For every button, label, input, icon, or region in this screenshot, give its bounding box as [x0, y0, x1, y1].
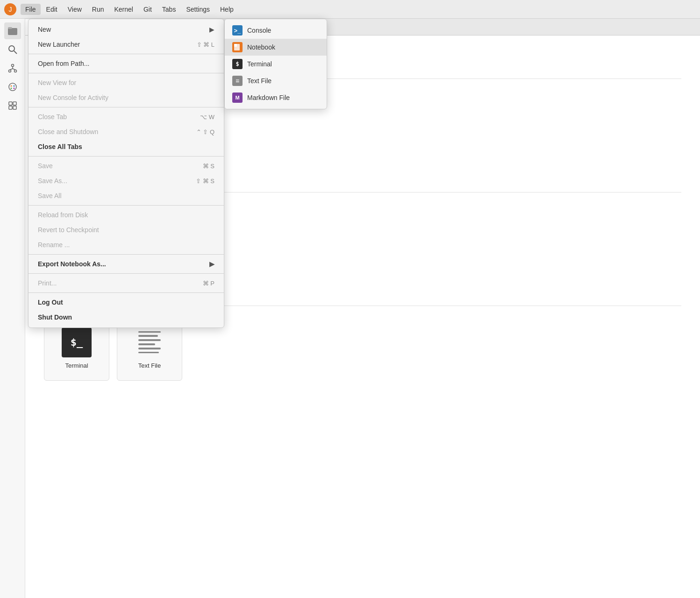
menu-item-print: Print... ⌘ P — [29, 276, 224, 291]
svg-point-6 — [11, 64, 14, 67]
menu-divider-7 — [29, 273, 224, 274]
menu-item-logout[interactable]: Log Out — [29, 295, 224, 310]
svg-rect-19 — [9, 106, 12, 109]
menu-divider-1 — [29, 54, 224, 54]
menu-item-save: Save ⌘ S — [29, 158, 224, 173]
menu-item-save-all-label: Save All — [38, 192, 62, 199]
menu-item-reload-label: Reload from Disk — [38, 211, 88, 219]
svg-rect-2 — [8, 28, 17, 35]
menu-item-open-path[interactable]: Open from Path... — [29, 56, 224, 71]
svg-point-14 — [13, 85, 14, 87]
textfile-card-icon — [135, 327, 164, 357]
export-submenu-arrow-icon: ▶ — [209, 260, 214, 268]
menubar: J File Edit View Run Kernel Git Tabs Set… — [0, 0, 700, 19]
svg-point-12 — [9, 83, 16, 91]
menu-item-save-shortcut: ⌘ S — [203, 163, 214, 170]
svg-point-13 — [10, 85, 12, 87]
menu-item-reload: Reload from Disk — [29, 207, 224, 222]
menu-item-close-shutdown-shortcut: ⌃ ⇧ Q — [196, 128, 214, 135]
app-logo: J — [4, 3, 17, 16]
sidebar-icon-search[interactable] — [4, 41, 21, 58]
menu-item-new-view-label: New View for — [38, 79, 76, 86]
sidebar-icon-extensions[interactable] — [4, 97, 21, 114]
menu-item-close-shutdown: Close and Shutdown ⌃ ⇧ Q — [29, 124, 224, 139]
terminal-card-icon: $_ — [62, 327, 92, 357]
menu-settings[interactable]: Settings — [181, 4, 214, 15]
menu-item-new-launcher-label: New Launcher — [38, 41, 80, 48]
sidebar-icon-palette[interactable] — [4, 78, 21, 95]
menu-item-new-console-label: New Console for Activity — [38, 94, 108, 101]
svg-rect-17 — [9, 102, 12, 105]
svg-point-7 — [8, 70, 11, 72]
menu-item-close-all-label: Close All Tabs — [38, 143, 82, 150]
svg-point-8 — [14, 70, 16, 72]
menu-item-new[interactable]: New ▶ — [29, 22, 224, 37]
svg-point-16 — [13, 88, 14, 89]
sidebar-icon-folder[interactable] — [4, 22, 21, 39]
menu-item-save-as: Save As... ⇧ ⌘ S — [29, 173, 224, 188]
menu-git[interactable]: Git — [139, 4, 157, 15]
svg-text:J: J — [9, 6, 12, 13]
menu-item-save-label: Save — [38, 162, 53, 170]
menu-kernel[interactable]: Kernel — [109, 4, 137, 15]
menu-item-rename-label: Rename ... — [38, 241, 70, 249]
new-submenu: >_ Console Notebook $ Terminal ≡ Text Fi… — [224, 19, 327, 109]
menu-item-close-shutdown-label: Close and Shutdown — [38, 128, 98, 135]
menu-item-save-all: Save All — [29, 188, 224, 203]
svg-line-5 — [14, 51, 17, 54]
menu-divider-8 — [29, 292, 224, 293]
submenu-terminal-label: Terminal — [247, 60, 272, 68]
menu-run[interactable]: Run — [87, 4, 109, 15]
menu-item-new-launcher-shortcut: ⇧ ⌘ L — [197, 41, 214, 48]
menu-file[interactable]: File — [21, 4, 41, 15]
submenu-textfile-icon: ≡ — [232, 76, 243, 86]
submenu-notebook-label: Notebook — [247, 43, 275, 51]
svg-line-11 — [13, 69, 15, 70]
submenu-item-notebook[interactable]: Notebook — [225, 39, 327, 56]
menu-item-close-tab-label: Close Tab — [38, 113, 67, 121]
submenu-item-terminal[interactable]: $ Terminal — [225, 56, 327, 72]
submenu-item-textfile[interactable]: ≡ Text File — [225, 72, 327, 89]
menu-item-export-label: Export Notebook As... — [38, 260, 106, 268]
menu-tabs[interactable]: Tabs — [157, 4, 181, 15]
file-menu-dropdown: New ▶ New Launcher ⇧ ⌘ L Open from Path.… — [28, 19, 224, 328]
svg-line-10 — [10, 69, 13, 70]
menu-help[interactable]: Help — [215, 4, 238, 15]
submenu-terminal-icon: $ — [232, 59, 243, 69]
menu-item-export[interactable]: Export Notebook As... ▶ — [29, 256, 224, 271]
menu-divider-3 — [29, 107, 224, 107]
menu-item-new-console: New Console for Activity — [29, 90, 224, 105]
menu-divider-4 — [29, 156, 224, 157]
menu-item-new-launcher[interactable]: New Launcher ⇧ ⌘ L — [29, 37, 224, 52]
launcher-card-label-textfile: Text File — [138, 362, 161, 369]
sidebar — [0, 19, 25, 598]
menu-item-close-all[interactable]: Close All Tabs — [29, 139, 224, 154]
submenu-textfile-label: Text File — [247, 77, 271, 85]
menu-item-close-tab-shortcut: ⌥ W — [200, 114, 214, 121]
menu-item-revert-label: Revert to Checkpoint — [38, 226, 99, 234]
submenu-notebook-icon — [232, 42, 243, 52]
svg-point-4 — [9, 46, 14, 51]
menu-view[interactable]: View — [63, 4, 86, 15]
svg-rect-3 — [8, 27, 12, 29]
svg-rect-35 — [234, 44, 237, 47]
menu-item-logout-label: Log Out — [38, 299, 63, 306]
menu-divider-6 — [29, 254, 224, 255]
menu-item-close-tab: Close Tab ⌥ W — [29, 109, 224, 124]
submenu-item-markdown[interactable]: M Markdown File — [225, 89, 327, 106]
menu-item-shutdown-label: Shut Down — [38, 313, 72, 321]
menu-edit[interactable]: Edit — [42, 4, 62, 15]
menu-item-print-shortcut: ⌘ P — [203, 280, 214, 287]
submenu-markdown-label: Markdown File — [247, 94, 290, 101]
launcher-card-label-terminal: Terminal — [65, 362, 88, 369]
submenu-console-label: Console — [247, 27, 271, 34]
submenu-arrow-icon: ▶ — [209, 26, 214, 33]
menu-divider-2 — [29, 73, 224, 73]
submenu-item-console[interactable]: >_ Console — [225, 22, 327, 39]
menu-item-shutdown[interactable]: Shut Down — [29, 310, 224, 325]
svg-rect-18 — [13, 102, 16, 105]
sidebar-icon-git[interactable] — [4, 60, 21, 77]
menu-item-save-as-label: Save As... — [38, 177, 67, 185]
menu-divider-5 — [29, 205, 224, 206]
submenu-markdown-icon: M — [232, 93, 243, 103]
